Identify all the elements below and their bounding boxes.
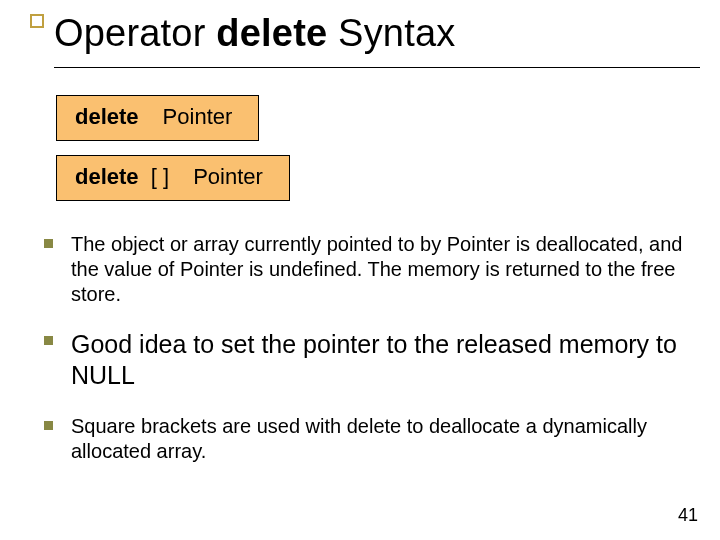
- title-underline: [54, 67, 700, 68]
- syntax-box-delete-array: delete [ ]Pointer: [56, 155, 290, 201]
- title-block: Operator delete Syntax: [30, 12, 700, 68]
- keyword-delete: delete: [75, 164, 139, 189]
- syntax-pointer: Pointer: [163, 104, 233, 129]
- list-item: Good idea to set the pointer to the rele…: [44, 329, 690, 392]
- title-bold: delete: [216, 12, 327, 54]
- page-number: 41: [678, 505, 698, 526]
- keyword-delete: delete: [75, 104, 139, 129]
- slide-title: Operator delete Syntax: [54, 12, 700, 61]
- syntax-brackets: [ ]: [151, 164, 169, 189]
- syntax-area: deletePointer delete [ ]Pointer: [56, 95, 290, 215]
- bullet-marker-icon: [44, 421, 53, 430]
- syntax-pointer: Pointer: [193, 164, 263, 189]
- list-item: Square brackets are used with delete to …: [44, 414, 690, 464]
- bullet-text: Good idea to set the pointer to the rele…: [71, 329, 690, 392]
- bullet-text: Square brackets are used with delete to …: [71, 414, 690, 464]
- title-accent-square: [30, 14, 44, 28]
- bullet-text: The object or array currently pointed to…: [71, 232, 690, 307]
- title-pre: Operator: [54, 12, 216, 54]
- bullet-list: The object or array currently pointed to…: [44, 232, 690, 486]
- slide: Operator delete Syntax deletePointer del…: [0, 0, 720, 540]
- bullet-marker-icon: [44, 336, 53, 345]
- syntax-box-delete-pointer: deletePointer: [56, 95, 259, 141]
- title-post: Syntax: [327, 12, 455, 54]
- bullet-marker-icon: [44, 239, 53, 248]
- list-item: The object or array currently pointed to…: [44, 232, 690, 307]
